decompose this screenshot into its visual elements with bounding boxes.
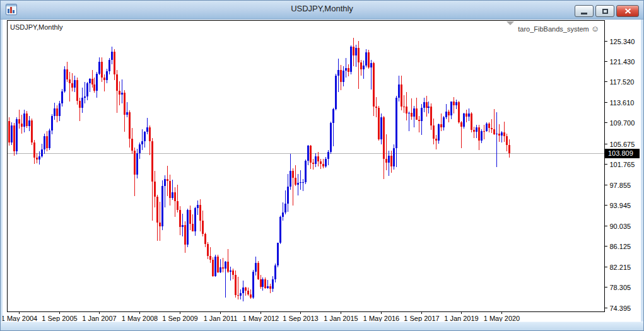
chart-symbol-text: USDJPY,Monthly	[10, 23, 63, 31]
price-tick-label: 97.855	[610, 182, 631, 189]
date-tick-label: 1 May 2004	[1, 315, 37, 322]
price-axis[interactable]: 125.340121.430117.520113.610109.700105.6…	[605, 38, 635, 312]
time-axis[interactable]: 1 May 20041 Sep 20051 Jan 20071 May 2008…	[1, 312, 520, 322]
minimize-icon	[581, 13, 587, 15]
date-tick-label: 1 May 2012	[243, 315, 279, 322]
window-frame-right	[641, 19, 643, 330]
indicator-label: taro_FibBands_system☺	[518, 24, 599, 33]
window-frame-left	[1, 19, 3, 330]
mt4-chart-window: 125.340121.430117.520113.610109.700105.6…	[0, 0, 644, 331]
price-tick-label: 78.305	[610, 284, 631, 291]
date-tick-label: 1 May 2016	[363, 315, 399, 322]
date-tick-label: 1 Sep 2013	[283, 315, 318, 322]
price-tick-label: 101.765	[610, 161, 635, 168]
chart-canvas[interactable]: 125.340121.430117.520113.610109.700105.6…	[1, 1, 644, 331]
price-tick-label: 74.395	[610, 305, 631, 312]
date-tick-label: 1 Jan 2011	[204, 315, 238, 322]
window-frame-bottom	[1, 322, 643, 330]
chart-symbol-label: USDJPY,Monthly	[10, 23, 63, 31]
date-tick-label: 1 Jan 2015	[324, 315, 358, 322]
price-tick-label: 121.430	[610, 58, 635, 66]
smiley-icon: ☺	[591, 24, 599, 33]
window-controls	[575, 5, 639, 17]
maximize-icon	[602, 9, 608, 14]
minimize-button[interactable]	[575, 5, 594, 17]
title-bar[interactable]: USDJPY,Monthly	[1, 1, 643, 20]
chart-shift-marker-icon	[506, 21, 514, 25]
date-tick-label: 1 Sep 2009	[162, 315, 197, 322]
indicator-name-text: taro_FibBands_system	[518, 25, 589, 33]
window-title: USDJPY,Monthly	[1, 4, 643, 13]
price-tick-label: 105.675	[610, 141, 635, 148]
price-tick-label: 125.340	[610, 38, 635, 45]
price-tick-label: 113.610	[610, 99, 635, 107]
date-tick-label: 1 Jan 2019	[444, 315, 478, 322]
bid-price-label: 103.809	[605, 149, 640, 158]
price-tick-label: 90.035	[610, 223, 631, 230]
date-tick-label: 1 May 2008	[122, 315, 158, 322]
price-tick-label: 93.945	[610, 202, 631, 209]
date-tick-label: 1 Sep 2017	[404, 315, 439, 322]
price-tick-label: 117.520	[610, 78, 635, 86]
close-button[interactable]	[616, 5, 639, 17]
price-tick-label: 86.125	[610, 243, 631, 250]
date-tick-label: 1 May 2020	[484, 315, 520, 322]
price-tick-label: 109.700	[610, 119, 635, 127]
maximize-button[interactable]	[595, 5, 614, 17]
date-tick-label: 1 Jan 2007	[82, 315, 116, 322]
close-icon	[624, 8, 631, 14]
price-tick-label: 82.215	[610, 264, 631, 271]
date-tick-label: 1 Sep 2005	[42, 315, 77, 322]
candlestick-series	[8, 38, 510, 301]
